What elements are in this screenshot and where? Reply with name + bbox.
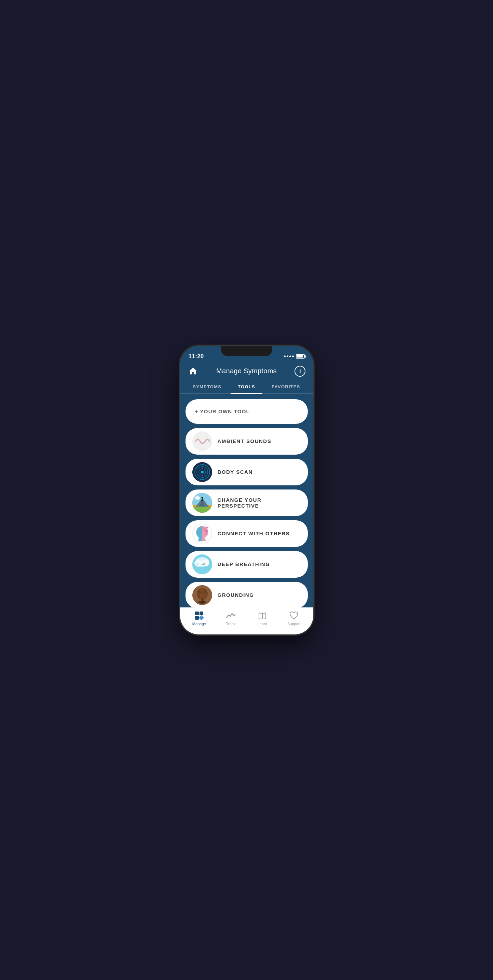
manage-nav-icon bbox=[194, 611, 204, 620]
battery-icon bbox=[296, 354, 305, 359]
signal-dot-4 bbox=[292, 355, 294, 357]
svg-rect-13 bbox=[192, 507, 212, 513]
svg-point-10 bbox=[195, 496, 200, 500]
info-icon-label: i bbox=[299, 368, 301, 374]
bottom-nav: Manage Track bbox=[180, 608, 313, 635]
signal-dot-2 bbox=[287, 355, 289, 357]
home-icon bbox=[188, 366, 198, 376]
svg-point-14 bbox=[201, 497, 203, 498]
learn-icon-svg bbox=[258, 611, 267, 620]
connect-svg bbox=[193, 524, 211, 544]
connect-others-icon bbox=[192, 524, 212, 544]
track-icon-svg bbox=[226, 611, 235, 620]
tool-item-grounding[interactable]: GROUNDING bbox=[185, 582, 308, 608]
deep-breathing-label: DEEP BREATHING bbox=[218, 561, 270, 567]
svg-point-22 bbox=[205, 530, 208, 532]
add-tool-label: + YOUR OWN TOOL bbox=[195, 409, 250, 414]
phone-frame: 11:20 Manage Symptoms bbox=[180, 346, 313, 635]
signal-dot-1 bbox=[284, 355, 285, 357]
svg-point-23 bbox=[204, 533, 206, 535]
support-icon-svg bbox=[289, 611, 299, 620]
ambient-sounds-label: AMBIENT SOUNDS bbox=[218, 438, 272, 444]
breathing-svg: breathe bbox=[192, 554, 212, 574]
battery-fill bbox=[297, 355, 303, 358]
perspective-icon bbox=[192, 493, 212, 513]
nav-item-track[interactable]: Track bbox=[215, 611, 247, 626]
body-scan-svg bbox=[192, 462, 212, 482]
tab-favorites[interactable]: FAVORITES bbox=[266, 381, 306, 393]
svg-point-21 bbox=[202, 527, 205, 530]
svg-marker-45 bbox=[199, 615, 204, 620]
perspective-svg bbox=[192, 493, 212, 513]
svg-rect-43 bbox=[200, 611, 203, 615]
deep-breathing-icon: breathe bbox=[192, 554, 212, 574]
notch bbox=[221, 346, 272, 356]
page-title: Manage Symptoms bbox=[216, 367, 277, 375]
perspective-label: CHANGE YOUR PERSPECTIVE bbox=[218, 497, 301, 509]
tool-item-ambient-sounds[interactable]: AMBIENT SOUNDS bbox=[185, 428, 308, 455]
status-time: 11:20 bbox=[189, 353, 204, 360]
manage-icon-svg bbox=[194, 611, 204, 620]
grounding-icon bbox=[192, 585, 212, 605]
home-button[interactable] bbox=[187, 366, 198, 377]
svg-rect-44 bbox=[195, 616, 199, 620]
tool-item-add[interactable]: + YOUR OWN TOOL bbox=[185, 399, 308, 424]
tab-tools[interactable]: TOOLS bbox=[227, 381, 266, 393]
ambient-sounds-icon bbox=[192, 431, 212, 451]
nav-item-learn[interactable]: Learn bbox=[247, 611, 279, 626]
tool-item-connect-others[interactable]: CONNECT WITH OTHERS bbox=[185, 520, 308, 547]
manage-nav-label: Manage bbox=[192, 622, 206, 626]
grounding-svg bbox=[192, 585, 212, 605]
tab-bar: SYMPTOMS TOOLS FAVORITES bbox=[180, 381, 313, 394]
tools-list[interactable]: + YOUR OWN TOOL AMBIENT SOUNDS bbox=[180, 394, 313, 608]
track-nav-icon bbox=[226, 611, 235, 620]
grounding-label: GROUNDING bbox=[218, 592, 254, 598]
learn-nav-icon bbox=[258, 611, 267, 620]
signal-dot-3 bbox=[289, 355, 291, 357]
status-icons bbox=[284, 354, 305, 359]
svg-point-24 bbox=[206, 527, 208, 528]
header: Manage Symptoms i bbox=[180, 363, 313, 381]
info-button[interactable]: i bbox=[295, 366, 306, 377]
body-scan-label: BODY SCAN bbox=[218, 469, 253, 475]
nav-item-support[interactable]: Support bbox=[278, 611, 310, 626]
screen: 11:20 Manage Symptoms bbox=[180, 346, 313, 635]
tool-item-deep-breathing[interactable]: breathe DEEP BREATHING bbox=[185, 551, 308, 578]
svg-text:breathe: breathe bbox=[197, 563, 208, 565]
signal-dots bbox=[284, 355, 294, 357]
support-nav-icon bbox=[289, 611, 299, 620]
body-scan-icon bbox=[192, 462, 212, 482]
nav-item-manage[interactable]: Manage bbox=[184, 611, 215, 626]
ambient-wave-svg bbox=[194, 434, 211, 448]
learn-nav-label: Learn bbox=[258, 622, 267, 626]
track-nav-label: Track bbox=[226, 622, 235, 626]
tool-item-body-scan[interactable]: BODY SCAN bbox=[185, 459, 308, 485]
svg-rect-42 bbox=[195, 611, 199, 615]
tab-symptoms[interactable]: SYMPTOMS bbox=[187, 381, 227, 393]
svg-point-37 bbox=[200, 588, 204, 592]
support-nav-label: Support bbox=[287, 622, 301, 626]
tool-item-change-perspective[interactable]: CHANGE YOUR PERSPECTIVE bbox=[185, 490, 308, 516]
connect-others-label: CONNECT WITH OTHERS bbox=[218, 530, 290, 536]
